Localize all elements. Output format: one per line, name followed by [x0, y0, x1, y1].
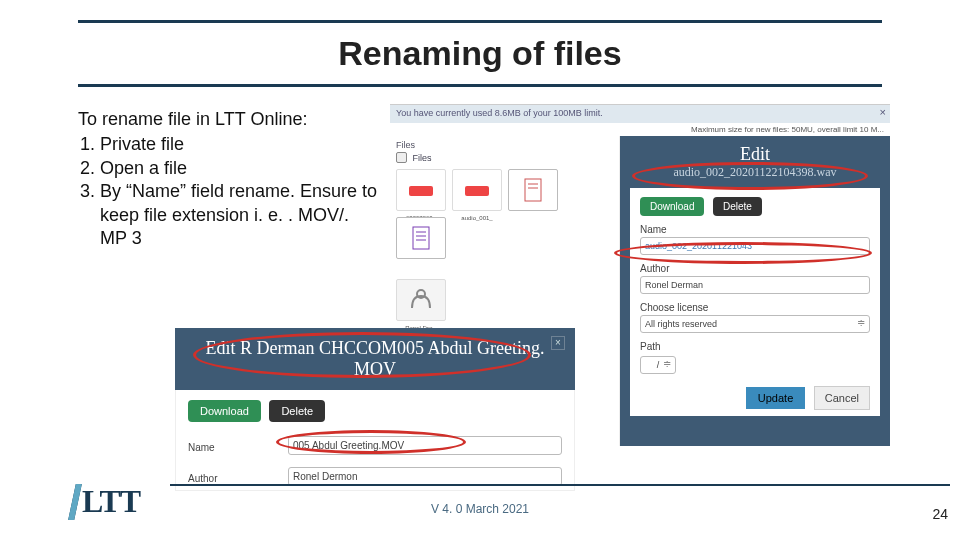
name-field: Name	[188, 442, 258, 455]
name-field: Name audio_002_202011221043	[640, 224, 870, 255]
breadcrumb[interactable]: Files	[396, 152, 613, 163]
update-button[interactable]: Update	[746, 387, 805, 409]
license-select[interactable]: All rights reserved	[640, 315, 870, 333]
step-2: Open a file	[100, 157, 378, 180]
max-size-text: Maximum size for new files: 50MU, overal…	[390, 123, 890, 136]
file-thumb[interactable]	[396, 279, 446, 321]
author-input[interactable]: Ronel Derman	[640, 276, 870, 294]
svg-rect-5	[413, 227, 429, 249]
file-thumb[interactable]	[396, 217, 446, 259]
name-input[interactable]: audio_002_202011221043	[640, 237, 870, 255]
logo-bar-icon	[68, 484, 82, 520]
storage-limit-bar: You have currently used 8.6MB of your 10…	[390, 105, 890, 123]
file-thumb[interactable]	[508, 169, 558, 211]
page-number: 24	[932, 506, 948, 522]
close-icon[interactable]: ×	[880, 106, 886, 118]
instructions-list: Private file Open a file By “Name” field…	[78, 133, 378, 250]
path-field: Path /	[640, 341, 870, 374]
svg-rect-1	[465, 186, 489, 196]
delete-button[interactable]: Delete	[713, 197, 762, 216]
download-button[interactable]: Download	[640, 197, 704, 216]
path-label: Path	[640, 341, 870, 352]
author-label: Author	[640, 263, 870, 274]
step-1: Private file	[100, 133, 378, 156]
page-title: Renaming of files	[0, 34, 960, 73]
instructions-block: To rename file in LTT Online: Private fi…	[78, 108, 378, 250]
name-input-wrap: 005 Abdul Greeting.MOV	[288, 436, 562, 455]
top-rule	[78, 20, 882, 23]
footer-rule	[170, 484, 950, 486]
instructions-intro: To rename file in LTT Online:	[78, 108, 378, 131]
folder-icon	[396, 152, 407, 163]
file-thumb[interactable]	[396, 169, 446, 211]
download-button[interactable]: Download	[188, 400, 261, 422]
edit-file-panel: Edit audio_002_20201122104398.wav Downlo…	[620, 136, 890, 446]
author-field: Author Ronel Derman	[640, 263, 870, 294]
path-select[interactable]: /	[640, 356, 676, 374]
breadcrumb-text: Files	[413, 153, 432, 163]
files-label: Files	[396, 140, 613, 150]
svg-rect-0	[409, 186, 433, 196]
download-delete-row: Download Delete	[640, 196, 870, 216]
name-label: Name	[640, 224, 870, 235]
version-text: V 4. 0 March 2021	[431, 502, 529, 516]
edit-title: Edit	[630, 144, 880, 165]
dialog-body: Download Delete Name 005 Abdul Greeting.…	[175, 390, 575, 491]
name-label: Name	[188, 442, 258, 453]
ltt-logo: LTT	[72, 483, 140, 520]
license-label: Choose license	[640, 302, 870, 313]
title-underline	[78, 84, 882, 87]
dialog-title: Edit R Derman CHCCOM005 Abdul Greeting. …	[187, 338, 563, 380]
edit-form: Download Delete Name audio_002_202011221…	[630, 188, 880, 416]
dialog-header: Edit R Derman CHCCOM005 Abdul Greeting. …	[175, 328, 575, 390]
close-icon[interactable]: ×	[551, 336, 565, 350]
svg-rect-2	[525, 179, 541, 201]
storage-limit-text: You have currently used 8.6MB of your 10…	[396, 108, 603, 118]
edit-filename: audio_002_20201122104398.wav	[630, 165, 880, 180]
file-thumb[interactable]	[452, 169, 502, 211]
cancel-button[interactable]: Cancel	[814, 386, 870, 410]
step-3: By “Name” field rename. Ensure to keep f…	[100, 180, 378, 250]
author-label: Author	[188, 473, 258, 484]
name-input[interactable]: 005 Abdul Greeting.MOV	[288, 436, 562, 455]
screenshot-edit-dialog: Edit R Derman CHCCOM005 Abdul Greeting. …	[175, 328, 575, 491]
update-cancel-row: Update Cancel	[640, 388, 870, 406]
delete-button[interactable]: Delete	[269, 400, 325, 422]
thumbnail-grid-row2	[396, 279, 613, 321]
thumbnail-grid	[396, 169, 613, 259]
download-delete-row: Download Delete	[188, 400, 562, 422]
license-field: Choose license All rights reserved	[640, 302, 870, 333]
logo-text: LTT	[82, 483, 140, 519]
